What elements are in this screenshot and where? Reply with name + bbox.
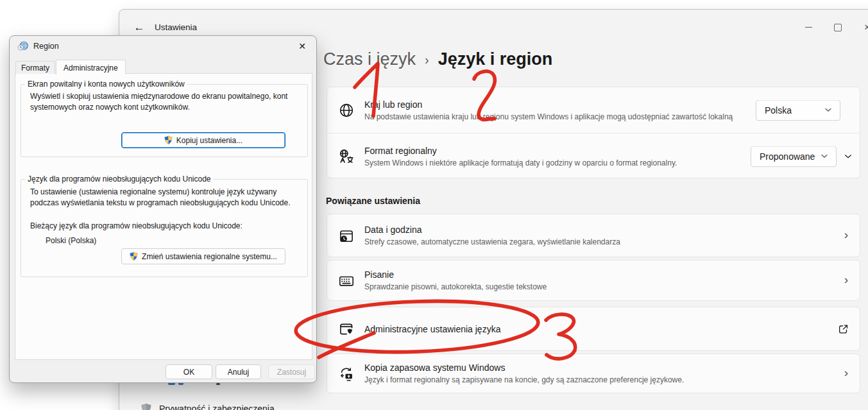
back-icon[interactable]: ←	[131, 20, 148, 35]
globe-icon	[338, 102, 355, 119]
region-dialog-close-icon[interactable]: ✕	[296, 40, 309, 53]
general-settings-card: Kraj lub region Na podstawie ustawienia …	[327, 87, 860, 178]
chevron-down-icon	[824, 108, 832, 113]
unicode-current-value: Polski (Polska)	[46, 235, 300, 246]
uac-shield-icon	[130, 252, 138, 261]
country-subtitle: Na podstawie ustawienia kraju lub region…	[364, 112, 733, 122]
privacy-shield-icon	[140, 402, 153, 410]
unicode-language-group: Język dla programów nieobsługujących kod…	[21, 175, 308, 277]
country-dropdown-value: Polska	[765, 105, 792, 115]
region-dialog-titlebar: Region ✕	[10, 36, 316, 56]
related-settings-header: Powiązane ustawienia	[326, 196, 420, 206]
chevron-right-icon: ›	[844, 273, 848, 287]
regional-format-dropdown-value: Proponowane	[760, 151, 815, 162]
tab-formaty[interactable]: Formaty	[15, 61, 55, 74]
typing-subtitle: Sprawdzanie pisowni, autokorekta, sugest…	[364, 282, 547, 292]
copy-settings-button[interactable]: Kopiuj ustawienia...	[121, 132, 285, 148]
external-link-icon	[838, 323, 849, 334]
sidebar-occluded-fragment	[216, 383, 220, 385]
regional-format-subtitle: System Windows i niektóre aplikacje form…	[364, 158, 677, 168]
chevron-right-icon: ›	[844, 228, 848, 242]
tab-administracyjne[interactable]: Administracyjne	[56, 60, 126, 74]
breadcrumb-separator-icon: ›	[425, 51, 429, 67]
regional-format-expander[interactable]	[840, 149, 856, 164]
date-time-icon	[338, 228, 355, 244]
datetime-title: Data i godzina	[364, 224, 620, 236]
page-title: Język i region	[438, 49, 553, 69]
unicode-language-group-legend: Język dla programów nieobsługujących kod…	[25, 175, 214, 184]
close-window-button[interactable]: ✕	[853, 10, 868, 45]
region-dialog-title: Region	[33, 42, 59, 51]
chevron-down-icon	[821, 154, 828, 159]
chevron-right-icon: ›	[844, 366, 848, 380]
apply-button-disabled: Zastosuj	[268, 364, 315, 379]
minimize-button[interactable]	[794, 10, 823, 45]
regional-format-row: Format regionalny System Windows i niekt…	[327, 133, 860, 179]
datetime-subtitle: Strefy czasowe, automatyczne ustawienia …	[364, 237, 620, 247]
ok-button[interactable]: OK	[166, 364, 212, 379]
region-dialog: Region ✕ Formaty Administracyjne Ekran p…	[9, 35, 317, 383]
cancel-button[interactable]: Anuluj	[216, 364, 261, 379]
backup-sync-icon	[338, 366, 355, 382]
region-globe-clock-icon	[17, 40, 28, 51]
typing-title: Pisanie	[364, 269, 547, 281]
region-dialog-tabs: Formaty Administracyjne	[15, 60, 126, 74]
keyboard-icon	[338, 273, 355, 289]
welcome-screen-group-legend: Ekran powitalny i konta nowych użytkowni…	[25, 80, 187, 89]
close-icon: ✕	[864, 22, 868, 32]
administracyjne-tab-page: Ekran powitalny i konta nowych użytkowni…	[15, 73, 312, 360]
setting-link-windows-backup[interactable]: Kopia zapasowa systemu Windows Język i f…	[327, 354, 860, 393]
maximize-button[interactable]	[823, 10, 853, 45]
regional-format-dropdown[interactable]: Proponowane	[751, 146, 837, 167]
copy-settings-label: Kopiuj ustawienia...	[176, 136, 243, 145]
change-system-locale-label: Zmień ustawienia regionalne systemu...	[142, 252, 277, 261]
setting-link-typing[interactable]: Pisanie Sprawdzanie pisowni, autokorekta…	[327, 260, 860, 301]
country-row: Kraj lub region Na podstawie ustawienia …	[327, 87, 860, 133]
maximize-icon	[834, 24, 842, 31]
unicode-language-text: To ustawienie (ustawienia regionalne sys…	[30, 187, 300, 208]
unicode-current-label: Bieżący język dla programów nieobsługują…	[30, 221, 300, 232]
screen: ← Ustawienia ✕ Prywatność i zabezpieczen…	[0, 0, 868, 410]
window-shield-icon	[338, 321, 355, 337]
setting-link-datetime[interactable]: Data i godzina Strefy czasowe, automatyc…	[327, 214, 860, 257]
regional-format-icon	[338, 148, 355, 165]
country-title: Kraj lub region	[364, 99, 733, 111]
settings-window-title: Ustawienia	[155, 22, 197, 32]
sidebar-item-privacy[interactable]: Prywatność i zabezpieczenia	[133, 395, 326, 410]
minimize-icon	[805, 27, 812, 28]
chevron-down-icon	[844, 153, 852, 160]
welcome-screen-group-text: Wyświetl i skopiuj ustawienia międzynaro…	[30, 91, 300, 112]
country-dropdown[interactable]: Polska	[756, 99, 840, 121]
setting-link-admin-language[interactable]: Administracyjne ustawienia języka	[327, 307, 860, 351]
backup-subtitle: Język i format regionalny są zapisywane …	[364, 375, 684, 385]
breadcrumb: Czas i język › Język i region	[323, 47, 552, 71]
breadcrumb-parent[interactable]: Czas i język	[323, 49, 416, 69]
welcome-screen-group: Ekran powitalny i konta nowych użytkowni…	[21, 80, 308, 157]
regional-format-title: Format regionalny	[364, 145, 677, 157]
backup-title: Kopia zapasowa systemu Windows	[364, 362, 684, 374]
sidebar-item-label: Prywatność i zabezpieczenia	[159, 404, 275, 410]
uac-shield-icon	[164, 135, 173, 145]
admin-language-title: Administracyjne ustawienia języka	[364, 323, 500, 335]
change-system-locale-button[interactable]: Zmień ustawienia regionalne systemu...	[121, 248, 285, 264]
